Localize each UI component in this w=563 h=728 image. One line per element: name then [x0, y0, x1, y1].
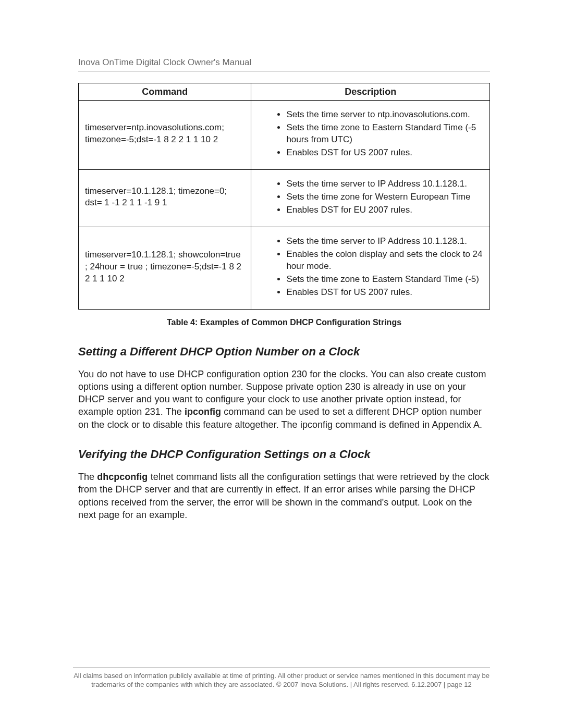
- description-cell: Sets the time server to ntp.inovasolutio…: [251, 101, 490, 170]
- inline-command-ipconfig: ipconfig: [185, 406, 221, 417]
- list-item: Sets the time server to ntp.inovasolutio…: [286, 109, 483, 121]
- list-item: Sets the time server to IP Address 10.1.…: [286, 178, 483, 190]
- list-item: Enables DST for US 2007 rules.: [286, 147, 483, 159]
- description-cell: Sets the time server to IP Address 10.1.…: [251, 227, 490, 309]
- description-list: Sets the time server to IP Address 10.1.…: [258, 178, 483, 216]
- table-header-row: Command Description: [79, 83, 490, 101]
- config-table: Command Description timeserver=ntp.inova…: [78, 83, 490, 310]
- section-heading-setting-option: Setting a Different DHCP Option Number o…: [78, 345, 490, 359]
- body-paragraph: You do not have to use DHCP configuratio…: [78, 368, 490, 431]
- description-list: Sets the time server to IP Address 10.1.…: [258, 236, 483, 299]
- list-item: Enables the colon display and sets the c…: [286, 249, 483, 273]
- command-cell: timeserver=ntp.inovasolutions.com; timez…: [79, 101, 251, 170]
- list-item: Sets the time zone to Eastern Standard T…: [286, 122, 483, 146]
- table-row: timeserver=10.1.128.1; showcolon=true ; …: [79, 227, 490, 309]
- footer-line: trademarks of the companies with which t…: [91, 681, 472, 688]
- list-item: Enables DST for US 2007 rules.: [286, 287, 483, 299]
- col-header-description: Description: [251, 83, 490, 101]
- table-row: timeserver=10.1.128.1; timezone=0; dst= …: [79, 170, 490, 227]
- command-cell: timeserver=10.1.128.1; showcolon=true ; …: [79, 227, 251, 309]
- body-paragraph: The dhcpconfig telnet command lists all …: [78, 471, 490, 521]
- command-cell: timeserver=10.1.128.1; timezone=0; dst= …: [79, 170, 251, 227]
- table-row: timeserver=ntp.inovasolutions.com; timez…: [79, 101, 490, 170]
- footer-line: All claims based on information publicly…: [74, 672, 489, 680]
- list-item: Sets the time zone for Western European …: [286, 191, 483, 203]
- section-heading-verifying: Verifying the DHCP Configuration Setting…: [78, 448, 490, 461]
- inline-command-dhcpconfig: dhcpconfig: [97, 472, 148, 482]
- description-cell: Sets the time server to IP Address 10.1.…: [251, 170, 490, 227]
- col-header-command: Command: [79, 83, 251, 101]
- para-text: The: [78, 472, 97, 482]
- list-item: Sets the time zone to Eastern Standard T…: [286, 274, 483, 286]
- list-item: Enables DST for EU 2007 rules.: [286, 204, 483, 216]
- running-header: Inova OnTime Digital Clock Owner's Manua…: [78, 57, 490, 71]
- page-footer: All claims based on information publicly…: [73, 668, 490, 689]
- list-item: Sets the time server to IP Address 10.1.…: [286, 236, 483, 248]
- table-caption: Table 4: Examples of Common DHCP Configu…: [78, 318, 490, 327]
- description-list: Sets the time server to ntp.inovasolutio…: [258, 109, 483, 159]
- page: Inova OnTime Digital Clock Owner's Manua…: [0, 0, 563, 728]
